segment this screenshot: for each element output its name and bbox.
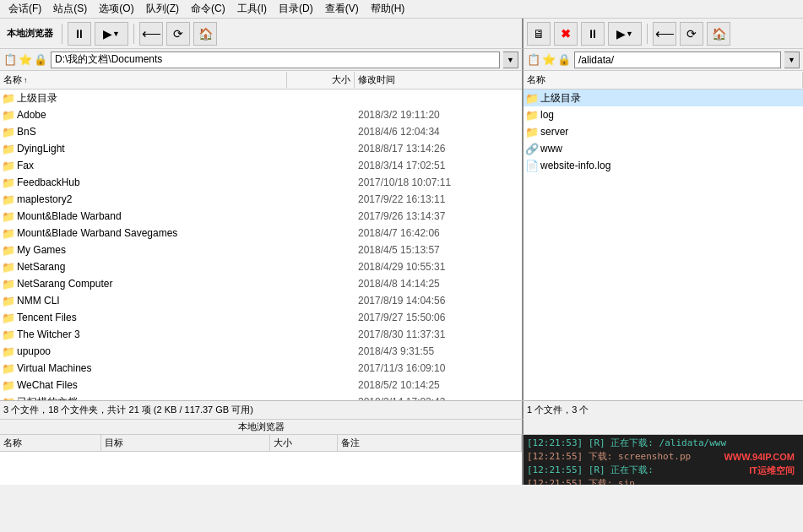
left-file-row[interactable]: 📁 Adobe 2018/3/2 19:11:20 xyxy=(0,106,522,123)
file-date-cell: 2018/4/7 16:42:06 xyxy=(355,227,522,239)
file-name-text: 上级目录 xyxy=(17,91,57,106)
file-date-cell: 2017/9/27 15:50:06 xyxy=(355,312,522,323)
file-name-text: FeedbackHub xyxy=(17,176,80,188)
menu-item-queue[interactable]: 队列(Z) xyxy=(141,1,184,17)
left-file-row[interactable]: 📁 NMM CLI 2017/8/19 14:04:56 xyxy=(0,292,522,309)
left-path-dropdown[interactable]: ▼ xyxy=(503,52,518,68)
file-name-text: Virtual Machines xyxy=(17,362,92,374)
file-name-cell: 📁 Fax xyxy=(0,160,287,172)
menu-item-command[interactable]: 命令(C) xyxy=(186,1,231,17)
col-header-name-right[interactable]: 名称 xyxy=(524,72,803,88)
bottom-section: 名称 目标 大小 备注 [12:21:53] [R] 正在下载: /alidat… xyxy=(0,434,803,485)
menu-item-options[interactable]: 选项(O) xyxy=(94,1,138,17)
file-date-cell: 2018/5/2 10:14:25 xyxy=(355,379,522,391)
file-icon-right: 📄 xyxy=(525,160,539,172)
play-btn-left[interactable]: ▶ ▼ xyxy=(95,22,128,46)
menu-item-help[interactable]: 帮助(H) xyxy=(366,1,410,17)
right-file-name-cell: 📁 上级目录 xyxy=(524,91,803,106)
left-file-row[interactable]: 📁 BnS 2018/4/6 12:04:34 xyxy=(0,123,522,140)
file-name-text: NetSarang xyxy=(17,261,65,273)
file-date-cell: 2018/3/14 17:02:51 xyxy=(355,160,522,171)
home-btn-left[interactable]: 🏠 xyxy=(193,22,217,46)
menu-item-site[interactable]: 站点(S) xyxy=(48,1,92,17)
clipboard-icon-right: 📋 xyxy=(527,53,540,66)
left-file-list[interactable]: 📁 上级目录 📁 Adobe 2018/3/2 19:11:20 📁 BnS 2… xyxy=(0,90,522,400)
file-date-cell: 2018/4/3 9:31:55 xyxy=(355,345,522,357)
file-name-text: NMM CLI xyxy=(17,295,60,307)
file-date-cell: 2018/4/5 15:13:57 xyxy=(355,244,522,256)
left-file-row[interactable]: 📁 Fax 2018/3/14 17:02:51 xyxy=(0,157,522,174)
file-name-text: The Witcher 3 xyxy=(17,328,80,340)
file-date-cell: 2017/9/22 16:13:11 xyxy=(355,193,522,205)
folder-up-icon: 📁 xyxy=(2,92,15,105)
file-name-cell: 📁 Mount&Blade Warband xyxy=(0,210,287,223)
left-file-row[interactable]: 📁 上级目录 xyxy=(0,90,522,106)
left-file-row[interactable]: 📁 DyingLight 2018/8/17 13:14:26 xyxy=(0,140,522,157)
home-btn-right[interactable]: 🏠 xyxy=(707,22,730,46)
left-file-row[interactable]: 📁 已扫描的文档 2018/3/14 17:02:43 xyxy=(0,394,522,400)
file-name-cell: 📁 maplestory2 xyxy=(0,193,287,206)
right-file-row[interactable]: 📁 server xyxy=(524,123,803,140)
right-path-dropdown[interactable]: ▼ xyxy=(784,52,800,68)
left-file-row[interactable]: 📁 NetSarang 2018/4/29 10:55:31 xyxy=(0,258,522,275)
left-file-row[interactable]: 📁 Tencent Files 2017/9/27 15:50:06 xyxy=(0,309,522,326)
menu-item-session[interactable]: 会话(F) xyxy=(3,1,46,17)
right-file-row[interactable]: 📁 上级目录 xyxy=(524,90,803,106)
file-date-cell: 2018/3/2 19:11:20 xyxy=(355,109,522,121)
left-file-row[interactable]: 📁 Mount&Blade Warband 2017/9/26 13:14:37 xyxy=(0,208,522,225)
left-file-row[interactable]: 📁 The Witcher 3 2017/8/30 11:37:31 xyxy=(0,326,522,343)
file-name-cell: 📁 NetSarang Computer xyxy=(0,278,287,290)
right-file-list[interactable]: 📁 上级目录 📁 log 📁 server 🔗 www 📄 website-in… xyxy=(524,90,803,400)
menu-item-directory[interactable]: 目录(D) xyxy=(274,1,318,17)
left-file-row[interactable]: 📁 Mount&Blade Warband Savegames 2018/4/7… xyxy=(0,225,522,242)
folder-icon: 📁 xyxy=(2,244,15,257)
right-path-input[interactable] xyxy=(574,52,781,68)
left-file-row[interactable]: 📁 Virtual Machines 2017/11/3 16:09:10 xyxy=(0,360,522,377)
left-file-row[interactable]: 📁 maplestory2 2017/9/22 16:13:11 xyxy=(0,191,522,208)
folder-up-icon-right: 📁 xyxy=(525,92,539,105)
col-header-date-left[interactable]: 修改时间 xyxy=(355,72,522,88)
file-name-text: Fax xyxy=(17,160,34,171)
log-line: [12:21:55] 下载: sin xyxy=(527,477,800,485)
pause-btn-left[interactable]: ⏸ xyxy=(68,22,91,46)
play-btn-right[interactable]: ▶ ▼ xyxy=(608,22,642,46)
local-browser-label-bottom: 本地浏览器 xyxy=(0,419,524,434)
left-path-input[interactable] xyxy=(51,52,500,68)
pause-btn-right[interactable]: ⏸ xyxy=(581,22,605,46)
menu-item-view[interactable]: 查看(V) xyxy=(320,1,364,17)
status-bar: 3 个文件，18 个文件夹，共计 21 项 (2 KB / 117.37 GB … xyxy=(0,400,803,419)
star-icon-left: ⭐ xyxy=(19,53,32,66)
watermark: WWW.94IP.COM IT运维空间 xyxy=(724,451,795,477)
back-btn[interactable]: ⟵ xyxy=(139,22,163,46)
right-addr-icons: 📋 ⭐ 🔒 xyxy=(527,53,571,66)
refresh-btn-right[interactable]: ⟳ xyxy=(680,22,703,46)
file-name-text: Mount&Blade Warband xyxy=(17,210,122,222)
right-address-bar: 📋 ⭐ 🔒 ▼ xyxy=(524,49,803,71)
menu-item-tools[interactable]: 工具(I) xyxy=(232,1,272,17)
right-file-row[interactable]: 📄 website-info.log xyxy=(524,157,803,174)
left-file-row[interactable]: 📁 upupoo 2018/4/3 9:31:55 xyxy=(0,343,522,360)
refresh-btn-left[interactable]: ⟳ xyxy=(166,22,190,46)
left-file-row[interactable]: 📁 NetSarang Computer 2018/4/8 14:14:25 xyxy=(0,275,522,292)
col-header-size-left[interactable]: 大小 xyxy=(287,72,355,88)
transfer-col-size: 大小 xyxy=(270,435,338,451)
left-file-row[interactable]: 📁 WeChat Files 2018/5/2 10:14:25 xyxy=(0,377,522,394)
file-name-text: upupoo xyxy=(17,345,51,357)
right-file-row[interactable]: 📁 log xyxy=(524,106,803,123)
file-date-cell: 2017/9/26 13:14:37 xyxy=(355,210,522,222)
left-file-row[interactable]: 📁 FeedbackHub 2017/10/18 10:07:11 xyxy=(0,174,522,191)
col-header-name-left[interactable]: 名称 ↑ xyxy=(0,72,287,88)
left-file-row[interactable]: 📁 My Games 2018/4/5 15:13:57 xyxy=(0,242,522,258)
right-file-row[interactable]: 🔗 www xyxy=(524,140,803,157)
file-name-text: DyingLight xyxy=(17,143,65,155)
file-name-cell: 📁 DyingLight xyxy=(0,143,287,155)
back-btn-right[interactable]: ⟵ xyxy=(653,22,676,46)
folder-icon: 📁 xyxy=(2,160,15,172)
computer-icon-btn[interactable]: 🖥 xyxy=(527,22,551,46)
clipboard-icon-left: 📋 xyxy=(3,53,17,66)
right-pane: 名称 📁 上级目录 📁 log 📁 server 🔗 www 📄 website… xyxy=(524,71,803,400)
file-date-cell: 2018/8/17 13:14:26 xyxy=(355,143,522,155)
file-name-cell: 📁 NMM CLI xyxy=(0,295,287,307)
folder-icon: 📁 xyxy=(2,193,15,206)
disconnect-btn[interactable]: ✖ xyxy=(554,22,578,46)
